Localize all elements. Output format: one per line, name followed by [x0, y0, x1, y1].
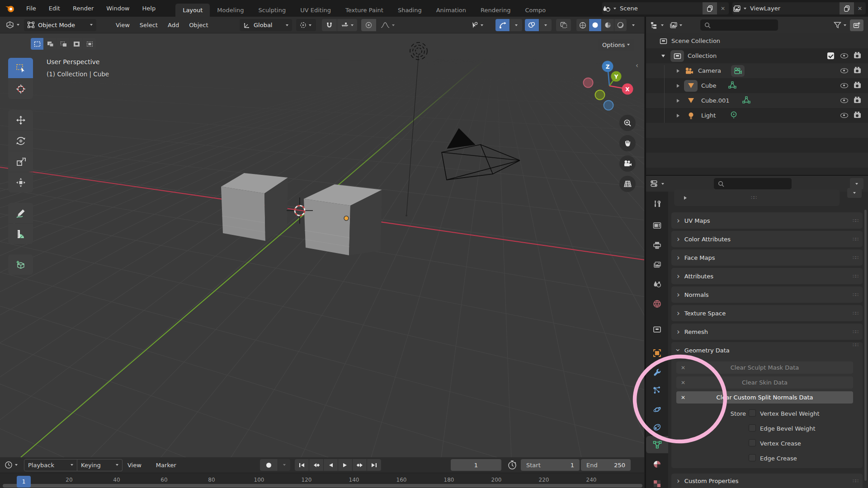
outliner-row-cube001[interactable]: Cube.001 — [646, 93, 868, 108]
menu-viewport-add[interactable]: Add — [163, 17, 184, 33]
properties-editor-type-selector[interactable] — [651, 180, 664, 188]
expand-arrow[interactable] — [677, 84, 679, 88]
menu-help[interactable]: Help — [136, 0, 162, 17]
hide-eye-icon[interactable] — [840, 68, 848, 73]
expand-arrow[interactable] — [677, 114, 679, 117]
playback-dropdown[interactable]: Playback — [24, 459, 77, 471]
panel-custom-properties[interactable]: ›Custom Properties — [671, 474, 863, 488]
outliner-search-input[interactable] — [700, 19, 778, 31]
panel-attributes[interactable]: ›Attributes — [671, 268, 863, 284]
workspace-tab-shading[interactable]: Shading — [391, 4, 429, 17]
options-dropdown[interactable]: Options — [598, 39, 634, 51]
stopwatch-icon[interactable] — [507, 460, 517, 470]
frame-end-field[interactable]: End250 — [581, 459, 631, 471]
workspace-tab-rendering[interactable]: Rendering — [473, 4, 518, 17]
shading-wireframe-button[interactable] — [576, 19, 589, 31]
clear-custom-split-normals-button[interactable]: ✕Clear Custom Split Normals Data — [676, 391, 853, 404]
disable-render-icon[interactable] — [854, 68, 861, 73]
disable-render-icon[interactable] — [854, 53, 861, 58]
ortho-view-button[interactable] — [619, 176, 636, 192]
tab-constraints[interactable] — [646, 418, 668, 436]
menu-viewport-object[interactable]: Object — [184, 17, 213, 33]
navigation-gizmo[interactable]: Z Y X — [581, 60, 636, 114]
expand-arrow[interactable] — [677, 99, 679, 103]
new-viewlayer-button[interactable] — [840, 2, 854, 14]
disable-render-icon[interactable] — [854, 83, 861, 88]
snap-settings-dropdown[interactable] — [337, 19, 357, 31]
gizmos-toggle-button[interactable] — [495, 19, 509, 31]
clear-skin-data-button[interactable]: ✕Clear Skin Data — [676, 376, 853, 389]
viewport-3d[interactable]: Options User Perspective (1) Collection … — [0, 33, 644, 457]
workspace-tab-layout[interactable]: Layout — [175, 4, 210, 17]
outliner-row-scene-collection[interactable]: Scene Collection — [646, 33, 868, 48]
tab-texture[interactable] — [646, 475, 668, 488]
new-scene-button[interactable] — [703, 2, 717, 14]
menu-viewport-select[interactable]: Select — [135, 17, 163, 33]
outliner-filter-collection-dropdown[interactable] — [669, 22, 682, 29]
keying-dropdown[interactable]: Keying — [77, 459, 123, 471]
shading-rendered-button[interactable] — [614, 19, 627, 31]
tab-world[interactable] — [646, 295, 668, 312]
outliner-row-camera[interactable]: Camera — [646, 63, 868, 78]
play-reverse-button[interactable] — [324, 459, 338, 471]
tool-transform[interactable] — [8, 172, 33, 192]
hide-eye-icon[interactable] — [840, 98, 848, 103]
select-mode-extend-button[interactable] — [44, 38, 57, 50]
collapse-sidebar-arrow[interactable]: ‹ — [636, 61, 638, 70]
gizmos-dropdown[interactable] — [510, 19, 522, 31]
outliner-display-mode-dropdown[interactable] — [651, 22, 664, 29]
expand-arrow[interactable] — [661, 55, 665, 57]
menu-edit[interactable]: Edit — [42, 0, 66, 17]
mode-dropdown[interactable]: Object Mode — [24, 19, 96, 31]
collection-checkbox[interactable]: ✓ — [827, 52, 834, 59]
panel-uv-maps[interactable]: ›UV Maps — [671, 212, 863, 229]
panel-normals[interactable]: ›Normals — [671, 286, 863, 303]
show-object-types-dropdown[interactable] — [467, 19, 487, 31]
unlink-scene-button[interactable]: ✕ — [717, 5, 729, 12]
menu-viewport-view[interactable]: View — [111, 17, 135, 33]
shading-material-button[interactable] — [602, 19, 614, 31]
tab-scene[interactable] — [646, 276, 668, 293]
scrolled-panel-partial[interactable]: ∷∷ — [674, 189, 840, 206]
tab-material[interactable] — [646, 455, 668, 473]
hide-eye-icon[interactable] — [840, 53, 848, 58]
vertex-crease-checkbox[interactable] — [749, 439, 756, 446]
pan-view-button[interactable] — [619, 135, 636, 151]
disable-render-icon[interactable] — [854, 98, 861, 103]
xray-toggle-button[interactable] — [556, 19, 571, 31]
select-mode-new-button[interactable] — [31, 38, 43, 50]
record-button[interactable] — [260, 459, 278, 471]
timeline-marker-menu[interactable]: Marker — [151, 457, 181, 473]
properties-search-input[interactable] — [714, 178, 792, 189]
record-dropdown[interactable] — [278, 459, 290, 471]
workspace-tab-texturepaint[interactable]: Texture Paint — [338, 4, 391, 17]
panel-face-maps[interactable]: ›Face Maps — [671, 249, 863, 266]
overlays-toggle-button[interactable] — [525, 19, 539, 31]
menu-render[interactable]: Render — [66, 0, 100, 17]
zoom-view-button[interactable] — [619, 115, 636, 131]
edge-bevel-weight-checkbox[interactable] — [749, 424, 756, 432]
tab-particles[interactable] — [646, 381, 668, 399]
shading-solid-button[interactable] — [589, 19, 601, 31]
timeline-view-menu[interactable]: View — [123, 457, 146, 473]
timeline-ruler[interactable]: 20 40 60 80 100 120 140 160 180 200 220 … — [0, 473, 644, 488]
edge-crease-checkbox[interactable] — [749, 454, 756, 461]
tab-collection[interactable] — [646, 321, 668, 338]
workspace-tab-compositing[interactable]: Compo — [518, 4, 553, 17]
jump-prev-keyframe-button[interactable] — [309, 459, 323, 471]
tab-tool[interactable] — [646, 195, 668, 212]
tool-scale[interactable] — [8, 151, 33, 172]
tab-output[interactable] — [646, 237, 668, 254]
playhead[interactable]: 1 — [17, 476, 31, 488]
tool-move[interactable] — [8, 110, 33, 130]
play-button[interactable] — [338, 459, 352, 471]
menu-window[interactable]: Window — [100, 0, 136, 17]
tab-object-data[interactable] — [646, 436, 668, 453]
disable-render-icon[interactable] — [854, 113, 861, 118]
scene-selector[interactable]: Scene ✕ — [602, 2, 729, 14]
outliner-row-collection[interactable]: Collection ✓ — [646, 48, 868, 63]
expand-arrow[interactable] — [677, 69, 679, 73]
tab-object[interactable] — [646, 344, 668, 361]
hide-eye-icon[interactable] — [840, 83, 848, 88]
remove-viewlayer-button[interactable]: ✕ — [854, 5, 866, 12]
